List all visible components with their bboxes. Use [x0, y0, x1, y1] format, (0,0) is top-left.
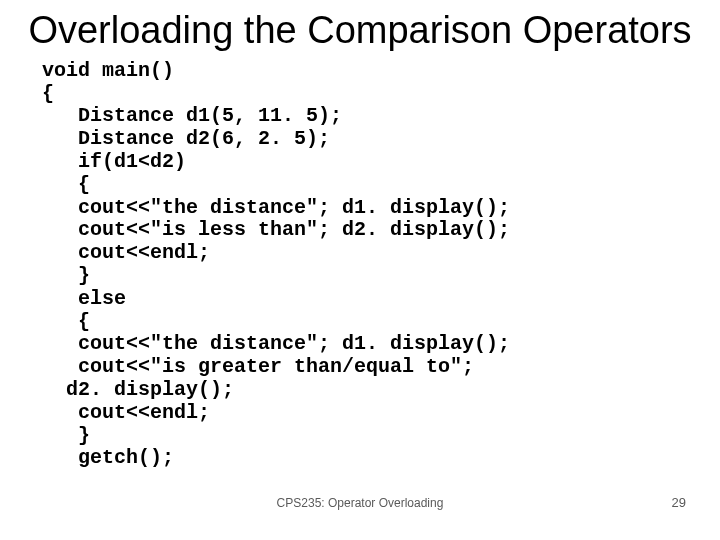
footer-course-label: CPS235: Operator Overloading: [0, 496, 720, 510]
slide-container: Overloading the Comparison Operators voi…: [0, 0, 720, 540]
page-number: 29: [672, 495, 686, 510]
code-block: void main() { Distance d1(5, 11. 5); Dis…: [0, 60, 720, 470]
slide-title: Overloading the Comparison Operators: [0, 0, 720, 60]
